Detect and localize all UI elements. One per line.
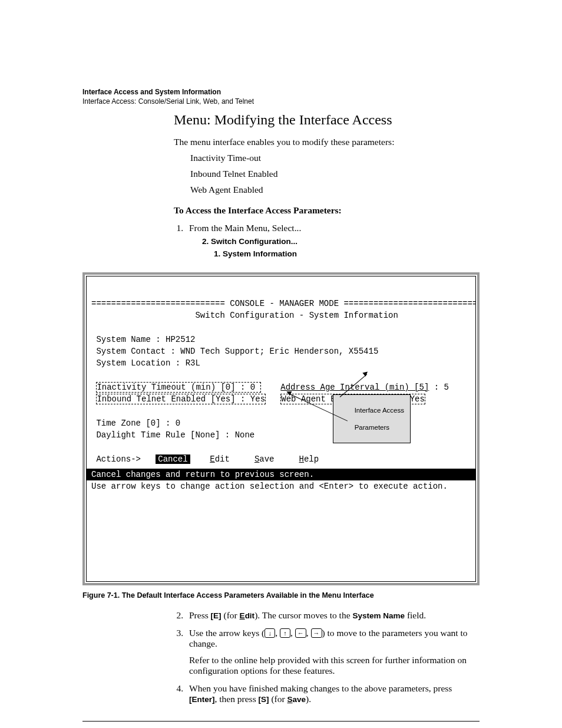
step-2-post1: ). The cursor moves to the xyxy=(254,610,352,620)
key-enter: [Enter] xyxy=(189,695,215,704)
term-action-help[interactable]: Help xyxy=(299,454,319,464)
term-hint: Use arrow keys to change action selectio… xyxy=(91,482,448,491)
term-status-bar: Cancel changes and return to previous sc… xyxy=(87,469,475,480)
callout-line2: Parameters xyxy=(355,424,389,431)
param-item: Inbound Telnet Enabled xyxy=(190,168,480,180)
param-list: Inactivity Time-out Inbound Telnet Enabl… xyxy=(190,152,480,196)
term-inbound: Inbound Telnet Enabled [Yes] : Yes xyxy=(96,394,266,404)
step-2-pre: Press xyxy=(189,610,211,620)
callout-line1: Interface Access xyxy=(355,407,404,414)
terminal-figure: =========================== CONSOLE - MA… xyxy=(82,272,480,585)
key-e: [E] xyxy=(211,611,222,620)
term-actions-label: Actions-> xyxy=(91,454,141,464)
arrow-up-icon: ↑ xyxy=(280,628,290,638)
term-action-cancel[interactable]: Cancel xyxy=(156,454,190,464)
step-list-2: Press [E] (for Edit). The cursor moves t… xyxy=(174,610,480,704)
step-1-sub1: 2. Switch Configuration... xyxy=(202,237,480,246)
arrowhead-icon xyxy=(362,370,369,376)
arrow-down-icon: ↓ xyxy=(265,628,275,638)
term-header: =========================== CONSOLE - MA… xyxy=(91,299,476,308)
step-3: Use the arrow keys (↓, ↑, ←, →) to move … xyxy=(186,628,480,676)
step-list-1: From the Main Menu, Select... 2. Switch … xyxy=(174,223,480,258)
term-action-save[interactable]: Save xyxy=(254,454,275,464)
running-head-title: Interface Access and System Information xyxy=(82,87,254,97)
step-1: From the Main Menu, Select... 2. Switch … xyxy=(186,223,480,258)
arrow-right-icon: → xyxy=(311,628,322,638)
running-head-subtitle: Interface Access: Console/Serial Link, W… xyxy=(82,97,254,106)
step-4-mid: , then press xyxy=(215,694,259,704)
section-heading: Menu: Modifying the Interface Access xyxy=(174,112,480,128)
step-1-text: From the Main Menu, Select... xyxy=(189,223,301,233)
term-timezone: Time Zone [0] : 0 xyxy=(91,419,180,428)
terminal-screen: =========================== CONSOLE - MA… xyxy=(86,276,476,582)
arrow-left-icon: ← xyxy=(295,628,306,638)
running-head: Interface Access and System Information … xyxy=(82,87,254,106)
step-4-pre: When you have finished making changes to… xyxy=(189,683,452,693)
term-sys-contact: System Contact : WND Tech Support; Eric … xyxy=(91,347,378,356)
step-2: Press [E] (for Edit). The cursor moves t… xyxy=(186,610,480,621)
save-label: Save xyxy=(287,695,306,704)
term-subtitle: Switch Configuration - System Informatio… xyxy=(91,311,398,320)
figure-caption: Figure 7-1. The Default Interface Access… xyxy=(82,591,480,599)
intro-text: The menu interface enables you to modify… xyxy=(174,136,480,149)
step-4-mid2: (for xyxy=(269,694,287,704)
param-item: Web Agent Enabled xyxy=(190,184,480,196)
step-3-pre: Use the arrow keys ( xyxy=(189,628,265,638)
footer-rule xyxy=(82,721,480,722)
step-3-para: Refer to the online help provided with t… xyxy=(189,655,480,676)
step-2-mid: (for xyxy=(222,610,240,620)
step-4-post: ). xyxy=(306,694,311,704)
term-addr-age-val: : 5 xyxy=(429,383,449,392)
edit-label: Edit xyxy=(240,611,255,620)
term-sys-location: System Location : R3L xyxy=(91,358,200,368)
step-1-sub2: 1. System Information xyxy=(214,249,480,258)
key-s: [S] xyxy=(259,695,269,704)
system-name-label: System Name xyxy=(352,611,405,620)
access-heading: To Access the Interface Access Parameter… xyxy=(174,205,480,217)
term-sys-name: System Name : HP2512 xyxy=(91,335,195,344)
param-item: Inactivity Time-out xyxy=(190,152,480,164)
step-2-post2: field. xyxy=(405,610,426,620)
term-inactivity: Inactivity Timeout (min) [0] : 0 xyxy=(96,382,260,393)
term-action-edit[interactable]: Edit xyxy=(210,454,230,464)
term-daylight: Daylight Time Rule [None] : None xyxy=(91,430,254,440)
step-4: When you have finished making changes to… xyxy=(186,683,480,704)
